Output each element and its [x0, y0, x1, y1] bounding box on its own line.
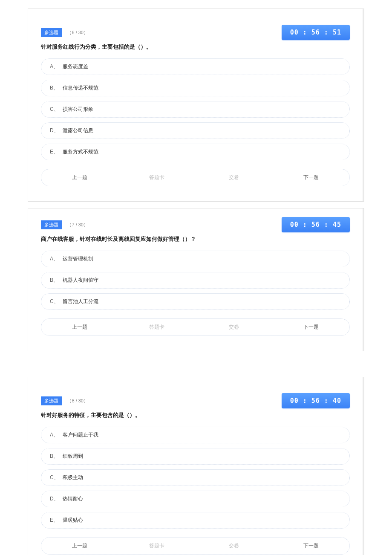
option-a[interactable]: A、 客户问题止于我 [41, 427, 350, 443]
submit-button[interactable]: 交卷 [196, 538, 273, 554]
option-letter: B、 [50, 277, 63, 284]
answer-card-button[interactable]: 答题卡 [118, 538, 196, 554]
nav-bar: 上一题 答题卡 交卷 下一题 [41, 537, 350, 555]
option-c[interactable]: C、 留言池人工分流 [41, 293, 350, 310]
question-type-badge: 多选题 [41, 220, 62, 229]
option-d[interactable]: D、 热情耐心 [41, 491, 350, 507]
option-c[interactable]: C、 积极主动 [41, 469, 350, 486]
option-text: 损害公司形象 [63, 106, 93, 113]
prev-button[interactable]: 上一题 [41, 538, 118, 554]
option-text: 机器人夜间值守 [63, 277, 98, 284]
option-text: 细致周到 [63, 453, 83, 460]
question-text: 针对好服务的特征，主要包含的是（）。 [41, 411, 350, 419]
header-row: 多选题 （7 / 30） 00 : 56 : 45 [41, 220, 350, 229]
option-a[interactable]: A、 运营管理机制 [41, 251, 350, 267]
prev-button[interactable]: 上一题 [41, 169, 118, 186]
question-card-7: 多选题 （7 / 30） 00 : 56 : 45 商户在线客服，针对在线时长及… [28, 208, 364, 351]
next-button[interactable]: 下一题 [272, 538, 349, 554]
question-type-badge: 多选题 [41, 28, 62, 37]
question-card-6: 多选题 （6 / 30） 00 : 56 : 51 针对服务红线行为分类，主要包… [28, 9, 364, 202]
option-text: 积极主动 [63, 474, 83, 481]
question-counter: （8 / 30） [67, 398, 88, 404]
option-letter: D、 [50, 127, 63, 134]
nav-bar: 上一题 答题卡 交卷 下一题 [41, 169, 350, 186]
header-row: 多选题 （6 / 30） 00 : 56 : 51 [41, 28, 350, 37]
option-text: 服务态度差 [63, 63, 88, 70]
option-letter: D、 [50, 495, 63, 503]
option-letter: A、 [50, 431, 63, 439]
question-text: 商户在线客服，针对在线时长及离线回复应如何做好管理（）？ [41, 235, 350, 243]
option-b[interactable]: B、 信息传递不规范 [41, 80, 350, 96]
option-letter: B、 [50, 453, 63, 460]
prev-button[interactable]: 上一题 [41, 319, 118, 335]
option-b[interactable]: B、 细致周到 [41, 448, 350, 465]
header-row: 多选题 （8 / 30） 00 : 56 : 40 [41, 396, 350, 405]
option-text: 热情耐心 [63, 495, 83, 503]
option-text: 温暖贴心 [63, 517, 83, 524]
option-a[interactable]: A、 服务态度差 [41, 58, 350, 75]
next-button[interactable]: 下一题 [272, 319, 349, 335]
option-e[interactable]: E、 温暖贴心 [41, 512, 350, 529]
option-letter: E、 [50, 517, 63, 524]
nav-bar: 上一题 答题卡 交卷 下一题 [41, 318, 350, 336]
answer-card-button[interactable]: 答题卡 [118, 169, 196, 186]
option-text: 客户问题止于我 [63, 431, 98, 439]
question-counter: （6 / 30） [67, 29, 88, 36]
question-type-badge: 多选题 [41, 396, 62, 405]
option-letter: A、 [50, 255, 63, 263]
option-letter: E、 [50, 148, 63, 156]
option-c[interactable]: C、 损害公司形象 [41, 101, 350, 118]
option-text: 运营管理机制 [63, 255, 93, 263]
question-text: 针对服务红线行为分类，主要包括的是（）。 [41, 43, 350, 51]
option-text: 服务方式不规范 [63, 148, 98, 156]
option-letter: C、 [50, 106, 63, 113]
submit-button[interactable]: 交卷 [196, 169, 273, 186]
option-d[interactable]: D、 泄露公司信息 [41, 122, 350, 139]
option-text: 留言池人工分流 [63, 298, 98, 305]
answer-card-button[interactable]: 答题卡 [118, 319, 196, 335]
timer: 00 : 56 : 51 [282, 25, 350, 40]
option-letter: B、 [50, 84, 63, 92]
option-b[interactable]: B、 机器人夜间值守 [41, 272, 350, 289]
timer: 00 : 56 : 45 [282, 217, 350, 232]
question-counter: （7 / 30） [67, 222, 88, 228]
option-e[interactable]: E、 服务方式不规范 [41, 144, 350, 160]
option-text: 泄露公司信息 [63, 127, 93, 134]
option-text: 信息传递不规范 [63, 84, 98, 92]
question-card-8: 多选题 （8 / 30） 00 : 56 : 40 针对好服务的特征，主要包含的… [28, 377, 364, 555]
submit-button[interactable]: 交卷 [196, 319, 273, 335]
next-button[interactable]: 下一题 [272, 169, 349, 186]
option-letter: A、 [50, 63, 63, 70]
timer: 00 : 56 : 40 [282, 393, 350, 408]
option-letter: C、 [50, 474, 63, 481]
option-letter: C、 [50, 298, 63, 305]
